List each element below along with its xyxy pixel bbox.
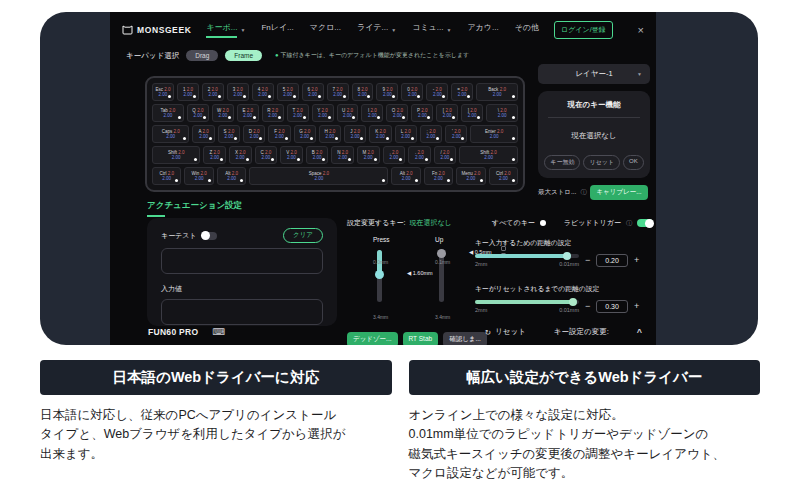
travel-value-box[interactable]: 0.20 [596,254,628,267]
key-tab[interactable]: Tab 2.02.00 [152,104,184,122]
travel-slider-handle[interactable] [563,252,571,260]
nav-tab-5[interactable]: アカウ... [467,22,498,38]
key-caps[interactable]: Caps 2.02.00 [152,125,189,143]
nav-tab-6[interactable]: その他 [515,22,539,38]
key-3[interactable]: 3 2.02.00 [227,83,249,101]
key-t[interactable]: T 2.02.00 [287,104,309,122]
nav-tab-0[interactable]: キーボ...▼ [206,22,245,38]
key-p[interactable]: P 2.02.00 [411,104,433,122]
key-7[interactable]: 7 2.02.00 [327,83,349,101]
calibrate-button[interactable]: キャリブレー... [590,185,647,200]
reset-button[interactable]: リセット [583,155,620,170]
nav-tab-2[interactable]: マクロ... [310,22,341,38]
key-menu[interactable]: Menu 2.02.00 [456,167,485,185]
nav-tab-4[interactable]: コミュ...▼ [412,22,451,38]
key-0[interactable]: 0 2.02.00 [401,83,423,101]
key-x[interactable]: X 2.02.00 [229,146,252,164]
all-keys-toggle[interactable] [540,220,546,226]
key--[interactable]: - 2.02.00 [426,83,448,101]
key-esc[interactable]: Esc 2.02.00 [152,83,174,101]
key-z[interactable]: Z 2.02.00 [203,146,226,164]
key-k[interactable]: K 2.02.00 [369,125,391,143]
key-'[interactable]: ' 2.02.00 [445,125,467,143]
key-4[interactable]: 4 2.02.00 [252,83,274,101]
key-,[interactable]: , 2.02.00 [383,146,406,164]
key-m[interactable]: M 2.02.00 [357,146,380,164]
key-shift[interactable]: Shift 2.02.00 [459,146,518,164]
key-r[interactable]: R 2.02.00 [262,104,284,122]
nav-tab-3[interactable]: ライテ...▼ [357,22,396,38]
key-2[interactable]: 2 2.02.00 [202,83,224,101]
key-i[interactable]: I 2.02.00 [361,104,383,122]
key-v[interactable]: V 2.02.00 [280,146,303,164]
key-e[interactable]: E 2.02.00 [237,104,259,122]
ok-button[interactable]: OK [623,155,644,170]
key-ctrl[interactable]: Ctrl 2.02.00 [152,167,181,185]
key-/[interactable]: / 2.02.00 [434,146,457,164]
key-q[interactable]: Q 2.02.00 [187,104,209,122]
reset-button[interactable]: ↻リセット [485,327,526,337]
key-test-output-field[interactable] [161,248,323,274]
key-1[interactable]: 1 2.02.00 [177,83,199,101]
nav-tab-1[interactable]: Fnレイ... [261,22,293,38]
login-register-button[interactable]: ログイン/登録 [554,21,613,39]
key-test-toggle[interactable] [202,232,217,240]
rapid-trigger-toggle[interactable] [637,219,653,227]
key-alt[interactable]: Alt 2.02.00 [217,167,246,185]
reset-plus-button[interactable]: + [634,302,639,311]
up-slider-track[interactable]: 0.1mm 3.4mm ◀ 0.5mm [439,250,444,302]
key-disable-button[interactable]: キー無効 [544,155,580,170]
reset-minus-button[interactable]: − [585,302,590,311]
key-s[interactable]: S 2.02.00 [218,125,240,143]
layer-select-dropdown[interactable]: レイヤー-1 ▼ [538,64,650,84]
key-j[interactable]: J 2.02.00 [344,125,366,143]
reset-slider-handle[interactable] [569,298,577,306]
key-=[interactable]: = 2.02.00 [451,83,473,101]
key-g[interactable]: G 2.02.00 [294,125,316,143]
key-w[interactable]: W 2.02.00 [212,104,234,122]
key-\[interactable]: \ 2.02.00 [486,104,518,122]
frame-pill-button[interactable]: Frame [225,50,262,61]
key-n[interactable]: N 2.02.00 [331,146,354,164]
key-b[interactable]: B 2.02.00 [306,146,329,164]
key-enter[interactable]: Enter 2.02.00 [470,125,518,143]
key-space[interactable]: Space 2.02.00 [249,167,388,185]
up-slider-handle[interactable] [437,249,446,258]
key-f[interactable]: F 2.02.00 [268,125,290,143]
key-[[interactable]: [ 2.02.00 [436,104,458,122]
reset-slider-track[interactable] [475,300,579,304]
key-;[interactable]: ; 2.02.00 [420,125,442,143]
key-.[interactable]: . 2.02.00 [408,146,431,164]
key-fn[interactable]: Fn 2.02.00 [424,167,453,185]
press-slider-track[interactable]: 0.0mm 3.4mm ◀ 1.60mm [377,250,382,302]
key-y[interactable]: Y 2.02.00 [312,104,334,122]
key-alt[interactable]: Alt 2.02.00 [391,167,420,185]
input-value-field[interactable] [161,299,323,325]
collapse-icon[interactable]: ^ [637,327,642,337]
key-c[interactable]: C 2.02.00 [255,146,278,164]
drag-pill-button[interactable]: Drag [186,50,218,61]
travel-slider-track[interactable] [475,254,579,258]
key-8[interactable]: 8 2.02.00 [352,83,374,101]
reset-value-box[interactable]: 0.30 [596,300,628,313]
key-u[interactable]: U 2.02.00 [337,104,359,122]
key-d[interactable]: D 2.02.00 [243,125,265,143]
key-shift[interactable]: Shift 2.02.00 [152,146,200,164]
key-][interactable]: ] 2.02.00 [461,104,483,122]
keyboard-switch-icon[interactable]: ⌨ [212,327,225,337]
key-h[interactable]: H 2.02.00 [319,125,341,143]
key-l[interactable]: L 2.02.00 [395,125,417,143]
clear-button[interactable]: クリア [283,228,323,243]
key-5[interactable]: 5 2.02.00 [277,83,299,101]
close-icon[interactable]: × [638,24,644,36]
key-9[interactable]: 9 2.02.00 [376,83,398,101]
key-ctrl[interactable]: Ctrl 2.02.00 [489,167,518,185]
key-o[interactable]: O 2.02.00 [386,104,408,122]
key-a[interactable]: A 2.02.00 [192,125,214,143]
key-6[interactable]: 6 2.02.00 [302,83,324,101]
travel-minus-button[interactable]: − [585,256,590,265]
key-win[interactable]: Win 2.02.00 [184,167,213,185]
travel-plus-button[interactable]: + [634,256,639,265]
press-slider-handle[interactable] [375,270,384,279]
key-back[interactable]: Back 2.02.00 [476,83,518,101]
